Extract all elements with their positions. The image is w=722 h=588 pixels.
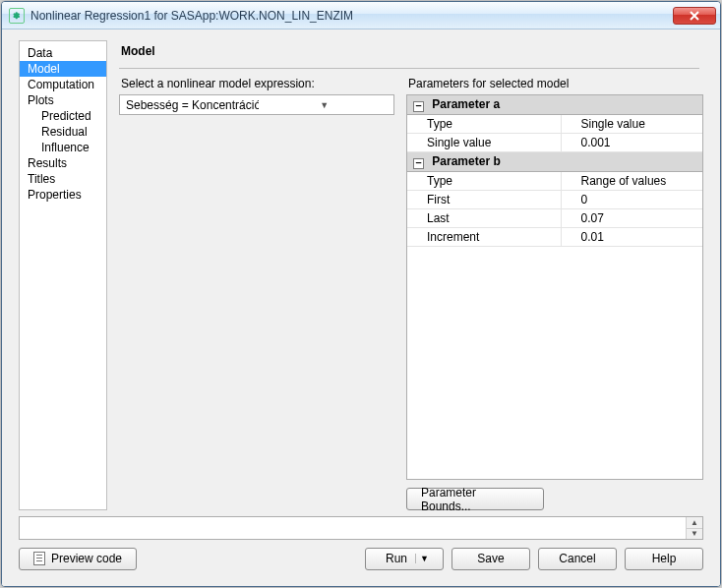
collapse-icon[interactable]: – [413,101,424,112]
nav-item-results[interactable]: Results [20,155,106,171]
nav-item-titles[interactable]: Titles [20,171,106,187]
model-expression-label: Select a nonlinear model expression: [121,77,394,90]
param-b-header[interactable]: – Parameter b [407,152,702,172]
table-row: First0 [407,191,702,209]
preview-code-button[interactable]: Preview code [19,548,137,570]
window: ✽ Nonlinear Regression1 for SASApp:WORK.… [1,1,721,587]
divider [119,68,699,69]
parameters-label: Parameters for selected model [408,77,703,90]
parameters-grid: – Parameter a TypeSingle value Single va… [406,94,703,480]
table-row: Single value0.001 [407,134,702,152]
button-bar: Preview code Run ▼ Save Cancel Help [19,546,703,571]
table-row: Last0.07 [407,209,702,228]
model-expression-value: Sebesség = Koncentráció / ( a + b * Konc… [126,98,259,112]
nav-item-residual[interactable]: Residual [20,124,106,140]
chevron-down-icon[interactable]: ▼ [415,554,433,563]
param-a-header[interactable]: – Parameter a [407,95,702,115]
scroll-up-icon[interactable]: ▲ [686,517,702,528]
content-pane: Model Select a nonlinear model expressio… [107,40,703,510]
table-row: Increment0.01 [407,228,702,247]
parameters-col: Parameters for selected model – Paramete… [406,77,703,510]
nav-item-predicted[interactable]: Predicted [20,108,106,124]
run-button[interactable]: Run ▼ [365,548,444,570]
nav-item-influence[interactable]: Influence [20,140,106,155]
message-area[interactable] [20,517,686,539]
collapse-icon[interactable]: – [413,158,424,169]
client-area: Data Model Computation Plots Predicted R… [2,29,720,586]
nav-item-model[interactable]: Model [20,61,106,77]
model-expression-combo[interactable]: Sebesség = Koncentráció / ( a + b * Konc… [119,94,394,115]
page-heading: Model [121,44,703,58]
paneset: Data Model Computation Plots Predicted R… [19,40,703,510]
table-row: TypeSingle value [407,115,702,134]
scroll-down-icon[interactable]: ▼ [686,528,702,540]
document-icon [33,552,45,565]
titlebar[interactable]: ✽ Nonlinear Regression1 for SASApp:WORK.… [2,2,720,29]
close-button[interactable] [673,7,716,25]
model-row: Select a nonlinear model expression: Seb… [119,77,703,510]
nav-tree: Data Model Computation Plots Predicted R… [19,40,107,510]
message-bar: ▲ ▼ [19,516,703,540]
scrollbar[interactable]: ▲ ▼ [686,517,702,539]
nav-item-data[interactable]: Data [20,45,106,61]
table-row: TypeRange of values [407,172,702,191]
nav-item-computation[interactable]: Computation [20,77,106,92]
parameter-bounds-button[interactable]: Parameter Bounds... [406,488,544,510]
cancel-button[interactable]: Cancel [538,548,617,570]
nav-item-plots[interactable]: Plots [20,92,106,108]
window-title: Nonlinear Regression1 for SASApp:WORK.NO… [30,9,353,23]
chevron-down-icon: ▼ [259,100,391,110]
app-icon: ✽ [9,8,25,24]
nav-item-properties[interactable]: Properties [20,187,106,203]
save-button[interactable]: Save [451,548,530,570]
help-button[interactable]: Help [625,548,703,570]
model-expression-col: Select a nonlinear model expression: Seb… [119,77,394,510]
